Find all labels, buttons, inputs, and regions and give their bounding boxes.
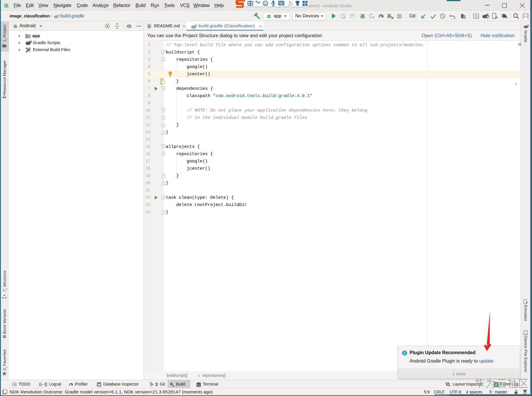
svg-text:A: A bbox=[343, 16, 345, 19]
